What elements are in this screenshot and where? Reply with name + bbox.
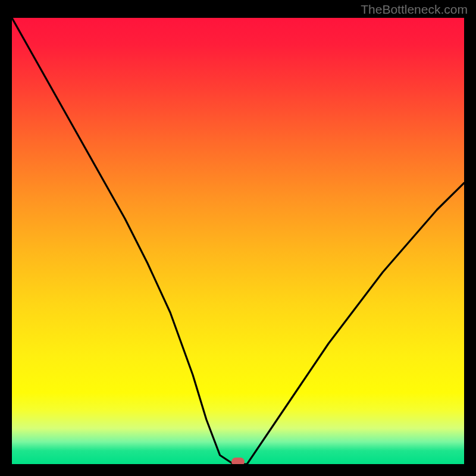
watermark-text: TheBottleneck.com	[361, 2, 468, 17]
bottleneck-curve	[12, 18, 464, 464]
bottleneck-marker	[231, 458, 245, 464]
plot-area	[12, 18, 464, 464]
chart-frame: TheBottleneck.com	[0, 0, 476, 476]
